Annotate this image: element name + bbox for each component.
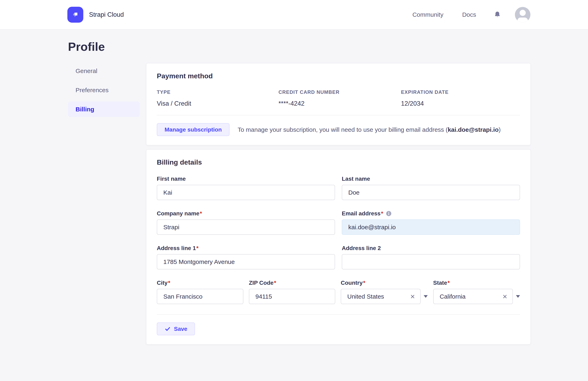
manage-subscription-note: To manage your subscription, you will ne… (238, 126, 501, 133)
city-group: City* (157, 280, 243, 304)
expiration-date-value: 12/2034 (401, 100, 520, 107)
company-name-input[interactable] (157, 219, 335, 235)
payment-type-field: TYPE Visa / Credit (157, 89, 278, 107)
billing-details-title: Billing details (157, 158, 520, 166)
expiration-date-label: EXPIRATION DATE (401, 89, 520, 95)
strapi-logo-icon (67, 7, 83, 23)
user-avatar[interactable] (515, 7, 530, 22)
brand-link[interactable]: Strapi Cloud (67, 7, 124, 23)
payment-method-card: Payment method TYPE Visa / Credit CREDIT… (146, 63, 531, 145)
note-prefix: To manage your subscription, you will ne… (238, 126, 448, 133)
nav-link-community[interactable]: Community (412, 11, 443, 18)
billing-email-text: kai.doe@strapi.io (448, 126, 499, 133)
country-value: United States (347, 293, 410, 300)
save-button[interactable]: Save (157, 323, 195, 335)
required-asterisk: * (196, 245, 198, 251)
sidebar-item-general[interactable]: General (68, 63, 140, 78)
profile-sidebar: General Preferences Billing (68, 63, 140, 121)
expiration-date-field: EXPIRATION DATE 12/2034 (401, 89, 520, 107)
last-name-label: Last name (342, 176, 520, 182)
country-label: Country* (341, 280, 428, 286)
first-name-label: First name (157, 176, 335, 182)
country-dropdown-caret-icon[interactable] (424, 295, 428, 298)
payment-method-title: Payment method (157, 72, 520, 80)
city-input[interactable] (157, 289, 243, 304)
payment-summary: TYPE Visa / Credit CREDIT CARD NUMBER **… (157, 89, 520, 107)
state-combobox[interactable]: California (433, 289, 513, 304)
last-name-input[interactable] (342, 185, 520, 200)
nav-link-docs[interactable]: Docs (462, 11, 476, 18)
required-asterisk: * (200, 210, 202, 217)
avatar-body-icon (517, 18, 528, 22)
page-title: Profile (68, 40, 530, 54)
email-address-input[interactable] (342, 219, 520, 235)
company-name-label: Company name* (157, 210, 335, 217)
zip-code-group: ZIP Code* (249, 280, 335, 304)
required-asterisk: * (274, 280, 276, 286)
payment-card-divider (157, 115, 520, 115)
city-label: City* (157, 280, 243, 286)
payment-type-label: TYPE (157, 89, 278, 95)
note-suffix: ) (499, 126, 501, 133)
sidebar-item-billing[interactable]: Billing (68, 102, 140, 117)
save-button-label: Save (174, 326, 187, 332)
address-line1-input[interactable] (157, 254, 335, 269)
company-name-group: Company name* (157, 210, 335, 235)
main-content: Profile General Preferences Billing Paym… (0, 40, 588, 344)
form-divider (157, 314, 520, 315)
zip-code-input[interactable] (249, 289, 335, 304)
state-clear-icon[interactable] (502, 293, 508, 300)
sidebar-item-preferences[interactable]: Preferences (68, 82, 140, 98)
billing-details-card: Billing details First name Last name (146, 150, 531, 344)
payment-type-value: Visa / Credit (157, 100, 278, 107)
first-name-input[interactable] (157, 185, 335, 200)
credit-card-number-field: CREDIT CARD NUMBER ****-4242 (278, 89, 401, 107)
address-line1-group: Address line 1* (157, 245, 335, 269)
country-clear-icon[interactable] (410, 293, 416, 300)
required-asterisk: * (168, 280, 170, 286)
email-address-label: Email address* (342, 210, 520, 217)
info-icon (386, 210, 392, 217)
address-line2-input[interactable] (342, 254, 520, 269)
state-group: State* California (433, 280, 520, 304)
check-icon (165, 326, 171, 332)
credit-card-number-value: ****-4242 (278, 100, 401, 107)
state-dropdown-caret-icon[interactable] (516, 295, 520, 298)
manage-subscription-button[interactable]: Manage subscription (157, 123, 230, 136)
country-group: Country* United States (341, 280, 428, 304)
last-name-group: Last name (342, 176, 520, 200)
notifications-bell-icon[interactable] (493, 11, 502, 19)
address-line1-label: Address line 1* (157, 245, 335, 251)
credit-card-number-label: CREDIT CARD NUMBER (278, 89, 401, 95)
address-line2-group: Address line 2 (342, 245, 520, 269)
email-address-group: Email address* (342, 210, 520, 235)
zip-code-label: ZIP Code* (249, 280, 335, 286)
required-asterisk: * (363, 280, 365, 286)
country-combobox[interactable]: United States (341, 289, 420, 304)
state-value: California (440, 293, 502, 300)
first-name-group: First name (157, 176, 335, 200)
header-nav: Community Docs (394, 7, 530, 22)
required-asterisk: * (447, 280, 450, 286)
state-label: State* (433, 280, 520, 286)
avatar-head-icon (520, 10, 526, 16)
brand-name: Strapi Cloud (89, 11, 124, 18)
required-asterisk: * (381, 210, 383, 217)
address-line2-label: Address line 2 (342, 245, 520, 251)
billing-details-form: First name Last name Company name* (157, 176, 520, 335)
top-header: Strapi Cloud Community Docs (0, 0, 588, 30)
